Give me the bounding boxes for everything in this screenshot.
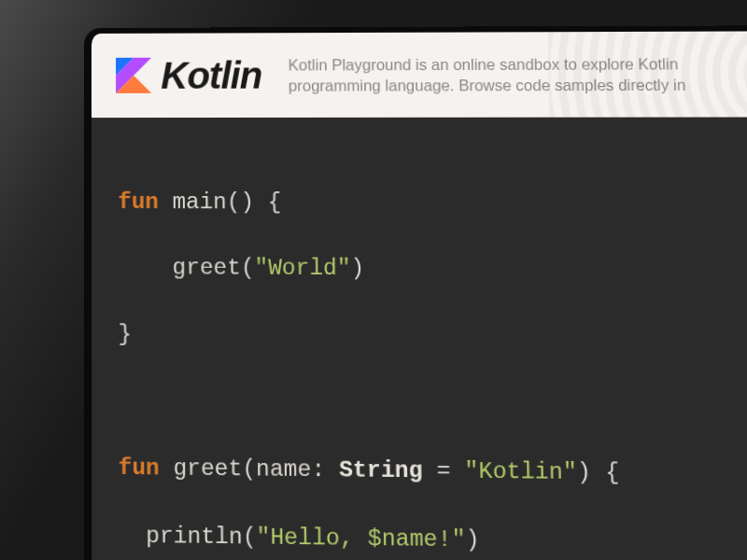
header-tagline: Kotlin Playground is an online sandbox t… xyxy=(289,53,686,96)
string-interp: $name xyxy=(368,525,438,553)
kotlin-wordmark: Kotlin xyxy=(161,54,261,96)
punct: ) xyxy=(350,256,364,282)
fn-main: main xyxy=(172,189,226,216)
code-blank-line xyxy=(119,385,744,425)
code-line: fun main() { xyxy=(118,187,738,221)
string-literal: !" xyxy=(437,526,465,553)
op-assign: = xyxy=(422,458,464,485)
code-editor[interactable]: fun main() { greet("World") } fun greet(… xyxy=(92,117,747,560)
code-line: fun greet(name: String = "Kotlin") { xyxy=(119,452,746,492)
kotlin-logo[interactable]: Kotlin xyxy=(116,54,262,97)
punct: ) { xyxy=(577,459,620,486)
punct: () { xyxy=(227,189,282,216)
keyword-fun: fun xyxy=(118,189,159,215)
tagline-line-1: Kotlin Playground is an online sandbox t… xyxy=(289,55,679,73)
call-greet: greet xyxy=(173,255,241,281)
punct: ( xyxy=(241,256,255,282)
call-println: println xyxy=(146,523,243,550)
kotlin-logo-icon xyxy=(116,58,151,93)
code-line: greet("World") xyxy=(118,252,740,287)
punct: ( xyxy=(243,524,257,550)
laptop-screen: Kotlin Kotlin Playground is an online sa… xyxy=(84,25,747,560)
tagline-line-2: programming language. Browse code sample… xyxy=(289,77,686,94)
code-line: println("Hello, $name!") xyxy=(119,519,747,560)
keyword-fun: fun xyxy=(119,455,160,481)
photo-background: Kotlin Kotlin Playground is an online sa… xyxy=(0,0,747,560)
fn-greet: greet xyxy=(173,455,242,483)
param-name: name xyxy=(256,456,312,483)
string-literal: "Hello, xyxy=(256,524,367,552)
type-string: String xyxy=(339,457,423,484)
punct: : xyxy=(311,456,339,483)
string-literal: "World" xyxy=(254,256,350,282)
page-header: Kotlin Kotlin Playground is an online sa… xyxy=(92,31,747,118)
punct: } xyxy=(118,321,132,347)
punct: ( xyxy=(242,456,256,483)
code-line: } xyxy=(118,318,741,356)
punct: ) xyxy=(465,526,479,553)
string-literal: "Kotlin" xyxy=(464,458,577,486)
